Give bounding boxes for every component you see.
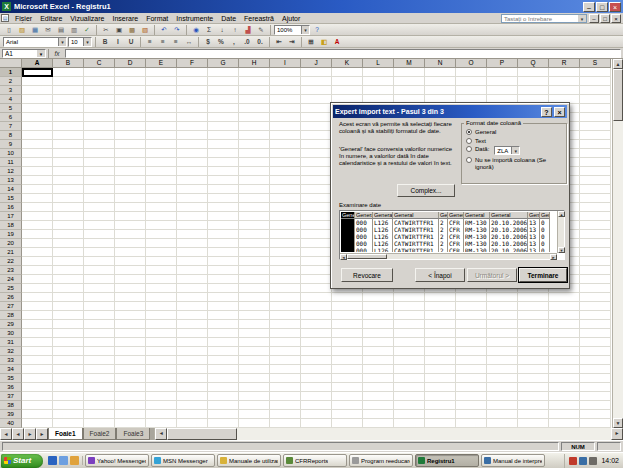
cell-a3[interactable] xyxy=(22,86,53,95)
cell-e28[interactable] xyxy=(146,311,177,320)
dropdown-icon[interactable]: ▾ xyxy=(301,26,309,34)
ie-icon[interactable] xyxy=(48,456,57,465)
cell-f39[interactable] xyxy=(177,410,208,419)
preview-cell[interactable]: 2 xyxy=(439,219,448,226)
preview-cell[interactable]: 000 xyxy=(355,219,373,226)
cell-j33[interactable] xyxy=(301,356,332,365)
cell-e37[interactable] xyxy=(146,392,177,401)
cell-f34[interactable] xyxy=(177,365,208,374)
cell-f24[interactable] xyxy=(177,275,208,284)
cell-s3[interactable] xyxy=(580,86,611,95)
cell-d9[interactable] xyxy=(115,140,146,149)
cell-j14[interactable] xyxy=(301,185,332,194)
cell-d6[interactable] xyxy=(115,113,146,122)
cell-c2[interactable] xyxy=(84,77,115,86)
preview-column-header[interactable]: General xyxy=(373,212,393,219)
cell-n37[interactable] xyxy=(425,392,456,401)
row-header-14[interactable]: 14 xyxy=(0,185,22,194)
cell-g18[interactable] xyxy=(208,221,239,230)
cell-b30[interactable] xyxy=(53,329,84,338)
email-icon[interactable]: ✉ xyxy=(42,25,54,35)
cell-d37[interactable] xyxy=(115,392,146,401)
cell-a12[interactable] xyxy=(22,167,53,176)
taskbar-item-registru1[interactable]: Registru1 xyxy=(415,454,479,467)
font-size-combo[interactable]: 10▾ xyxy=(68,37,92,47)
currency-icon[interactable]: $ xyxy=(202,37,214,47)
cell-i28[interactable] xyxy=(270,311,301,320)
cell-i31[interactable] xyxy=(270,338,301,347)
cell-r37[interactable] xyxy=(549,392,580,401)
cell-r39[interactable] xyxy=(549,410,580,419)
cell-e18[interactable] xyxy=(146,221,177,230)
cell-i34[interactable] xyxy=(270,365,301,374)
row-header-39[interactable]: 39 xyxy=(0,410,22,419)
cell-i24[interactable] xyxy=(270,275,301,284)
row-header-36[interactable]: 36 xyxy=(0,383,22,392)
cell-l28[interactable] xyxy=(363,311,394,320)
row-header-18[interactable]: 18 xyxy=(0,221,22,230)
cell-s21[interactable] xyxy=(580,248,611,257)
cell-c28[interactable] xyxy=(84,311,115,320)
cell-e29[interactable] xyxy=(146,320,177,329)
cell-f40[interactable] xyxy=(177,419,208,428)
cell-c39[interactable] xyxy=(84,410,115,419)
cell-q37[interactable] xyxy=(518,392,549,401)
cell-h6[interactable] xyxy=(239,113,270,122)
cell-h24[interactable] xyxy=(239,275,270,284)
preview-cell[interactable]: CFR xyxy=(448,219,464,226)
row-header-16[interactable]: 16 xyxy=(0,203,22,212)
cell-s26[interactable] xyxy=(580,293,611,302)
menu-item-fisier[interactable]: Fișier xyxy=(11,13,36,24)
cell-s33[interactable] xyxy=(580,356,611,365)
cell-b6[interactable] xyxy=(53,113,84,122)
cell-i21[interactable] xyxy=(270,248,301,257)
cell-q26[interactable] xyxy=(518,293,549,302)
cell-k38[interactable] xyxy=(332,401,363,410)
cell-c33[interactable] xyxy=(84,356,115,365)
cell-j19[interactable] xyxy=(301,230,332,239)
chart-wizard-icon[interactable]: ▟ xyxy=(242,25,254,35)
cell-g7[interactable] xyxy=(208,122,239,131)
preview-column-header[interactable]: General xyxy=(490,212,528,219)
cell-f13[interactable] xyxy=(177,176,208,185)
cell-e25[interactable] xyxy=(146,284,177,293)
column-header-q[interactable]: Q xyxy=(518,59,549,68)
cell-r36[interactable] xyxy=(549,383,580,392)
format-option-skip[interactable]: Nu se importă coloana (Se ignoră) xyxy=(466,157,566,170)
cell-i8[interactable] xyxy=(270,131,301,140)
cell-n38[interactable] xyxy=(425,401,456,410)
cell-c13[interactable] xyxy=(84,176,115,185)
cell-p38[interactable] xyxy=(487,401,518,410)
cell-b35[interactable] xyxy=(53,374,84,383)
cell-c12[interactable] xyxy=(84,167,115,176)
row-header-21[interactable]: 21 xyxy=(0,248,22,257)
cell-n1[interactable] xyxy=(425,68,456,77)
preview-cell[interactable]: 0 xyxy=(540,226,550,233)
preview-cell[interactable]: RM-130 xyxy=(464,226,490,233)
cell-k27[interactable] xyxy=(332,302,363,311)
cell-f3[interactable] xyxy=(177,86,208,95)
cell-n31[interactable] xyxy=(425,338,456,347)
cell-r31[interactable] xyxy=(549,338,580,347)
cell-g37[interactable] xyxy=(208,392,239,401)
cell-a32[interactable] xyxy=(22,347,53,356)
cell-o33[interactable] xyxy=(456,356,487,365)
cell-e30[interactable] xyxy=(146,329,177,338)
cell-l3[interactable] xyxy=(363,86,394,95)
cell-d14[interactable] xyxy=(115,185,146,194)
cell-j39[interactable] xyxy=(301,410,332,419)
cell-p34[interactable] xyxy=(487,365,518,374)
cell-i14[interactable] xyxy=(270,185,301,194)
cell-d16[interactable] xyxy=(115,203,146,212)
preview-cell[interactable]: RM-130 xyxy=(464,247,490,252)
cell-n36[interactable] xyxy=(425,383,456,392)
preview-column-header[interactable]: General xyxy=(540,212,550,219)
bold-icon[interactable]: B xyxy=(99,37,111,47)
cell-n39[interactable] xyxy=(425,410,456,419)
cell-d39[interactable] xyxy=(115,410,146,419)
cell-c6[interactable] xyxy=(84,113,115,122)
cell-b8[interactable] xyxy=(53,131,84,140)
cell-q28[interactable] xyxy=(518,311,549,320)
cell-e14[interactable] xyxy=(146,185,177,194)
dialog-close-icon[interactable]: × xyxy=(554,107,565,117)
